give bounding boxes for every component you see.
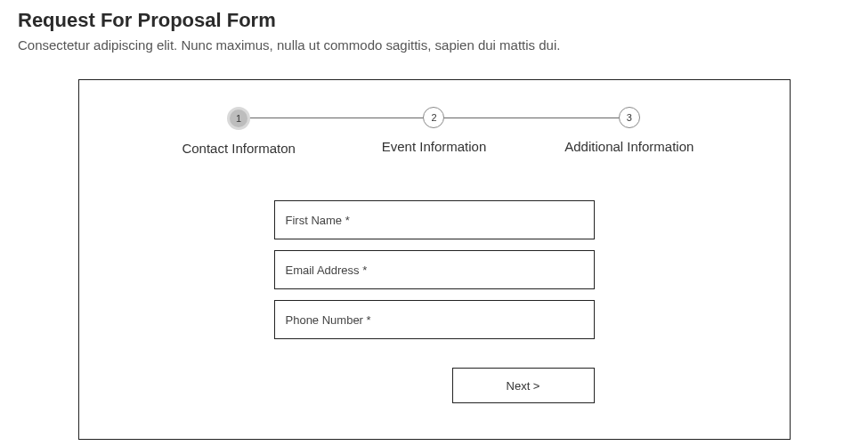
step-contact-information[interactable]: 1 Contact Informaton <box>142 107 337 156</box>
step-event-information[interactable]: 2 Event Information <box>337 107 531 154</box>
step-additional-information[interactable]: 3 Additional Information <box>531 107 726 154</box>
step-line <box>434 118 629 118</box>
form-fields: Next > <box>274 200 595 403</box>
step-circle: 3 <box>619 107 640 128</box>
step-label: Event Information <box>382 139 487 154</box>
page-description: Consectetur adipiscing elit. Nunc maximu… <box>18 37 850 53</box>
step-circle: 2 <box>423 107 444 128</box>
stepper: 1 Contact Informaton 2 Event Information… <box>124 107 745 156</box>
step-label: Contact Informaton <box>182 141 296 156</box>
next-button[interactable]: Next > <box>452 368 595 403</box>
first-name-field[interactable] <box>274 200 595 239</box>
page-title: Request For Proposal Form <box>18 9 850 32</box>
step-line <box>239 118 434 118</box>
step-circle: 1 <box>227 107 250 130</box>
phone-number-field[interactable] <box>274 300 595 339</box>
step-label: Additional Information <box>564 139 694 154</box>
form-container: 1 Contact Informaton 2 Event Information… <box>78 79 791 440</box>
email-address-field[interactable] <box>274 250 595 289</box>
button-row: Next > <box>274 368 595 403</box>
